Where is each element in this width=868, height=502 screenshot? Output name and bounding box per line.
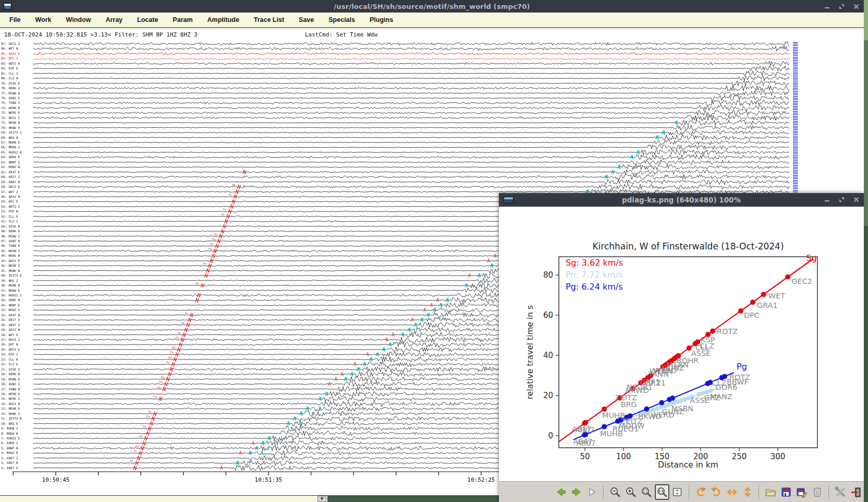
command-console[interactable]: ▼ xyxy=(0,495,327,502)
svg-text:1:1: 1:1 xyxy=(658,489,664,493)
menu-locate[interactable]: Locate xyxy=(130,14,165,26)
svg-text:100: 100 xyxy=(616,452,631,461)
station-label-KSP: KSP xyxy=(701,336,715,344)
point-Sg-GEC2 xyxy=(785,274,790,280)
legend-Pg: Pg: 6.24 km/s xyxy=(566,282,623,292)
point-Sg-WET xyxy=(761,292,766,297)
point-Pg xyxy=(670,396,675,401)
svg-text:20: 20 xyxy=(543,391,553,400)
svg-text:0: 0 xyxy=(548,431,553,440)
menu-plugins[interactable]: Plugins xyxy=(362,14,400,26)
zoom-out-button[interactable] xyxy=(608,484,622,500)
point-Sg-GRA1 xyxy=(750,300,755,305)
point-Pg-MUHB xyxy=(602,424,607,429)
viewer-window-title: pdiag-ks.png (640x480) 100% xyxy=(499,196,864,204)
viewer-titlebar[interactable]: pdiag-ks.png (640x480) 100% xyxy=(499,193,864,207)
window-icon xyxy=(4,3,11,9)
close-button[interactable] xyxy=(852,196,860,203)
save-button[interactable] xyxy=(779,484,793,500)
rotate-left-button[interactable] xyxy=(693,484,708,500)
slideshow-icon xyxy=(585,486,598,498)
viewer-image-area[interactable]: Kirchhain, W of Finsterwalde (18-Oct-202… xyxy=(499,207,864,486)
zoom-fit-button[interactable] xyxy=(639,484,654,500)
prev-button[interactable] xyxy=(554,484,568,500)
chart-xlabel: Distance in km xyxy=(658,460,718,470)
station-label-A807: A807 xyxy=(575,426,595,434)
open-icon xyxy=(764,486,777,498)
menu-amplitude[interactable]: Amplitude xyxy=(200,14,247,26)
viewer-toolbar: 1:1 xyxy=(499,481,864,502)
phase-label-Pg: Pg xyxy=(737,362,747,372)
fit-window-icon xyxy=(671,486,683,498)
close-button[interactable] xyxy=(852,3,860,10)
point-Pg xyxy=(659,400,664,405)
zoom-out-icon xyxy=(609,486,621,498)
station-label-MANZ: MANZ xyxy=(710,392,732,401)
point-Sg-DPC xyxy=(738,308,743,314)
preferences-button[interactable] xyxy=(833,484,848,500)
minimize-button[interactable] xyxy=(823,196,830,203)
svg-text:40: 40 xyxy=(543,351,553,360)
menu-window[interactable]: Window xyxy=(59,14,99,26)
last-command-label: LastCmd: Set Time Wdw xyxy=(305,31,377,38)
next-icon xyxy=(570,486,583,498)
shm-window-title: /usr/local/SH/sh/source/motif/shm_world … xyxy=(0,3,864,10)
menu-specials[interactable]: Specials xyxy=(321,14,362,26)
quit-button[interactable] xyxy=(849,484,863,500)
desktop-edge xyxy=(864,0,868,502)
svg-text:60: 60 xyxy=(543,310,553,320)
delete-icon xyxy=(811,486,824,498)
menu-work[interactable]: Work xyxy=(28,14,59,26)
rotate-right-icon xyxy=(710,486,723,498)
shm-menubar: FileWorkWindowArrayLocateParamAmplitudeT… xyxy=(0,13,864,28)
svg-text:250: 250 xyxy=(732,452,747,461)
toolbar-separator xyxy=(689,485,689,499)
maximize-button[interactable] xyxy=(838,3,845,10)
legend-Pn: Pn: 7.72 km/s xyxy=(566,270,622,280)
prev-icon xyxy=(555,486,567,498)
point-Sg-ROTZ xyxy=(710,329,715,334)
flip-horizontal-button[interactable] xyxy=(725,484,739,500)
legend-Sg: Sg: 3.62 km/s xyxy=(566,258,623,268)
maximize-button[interactable] xyxy=(838,196,845,203)
quit-icon xyxy=(850,486,862,498)
station-label-MSBN: MSBN xyxy=(671,404,694,413)
flip-vertical-icon xyxy=(741,486,754,498)
zoom-fit-icon xyxy=(640,486,653,498)
flip-vertical-button[interactable] xyxy=(740,484,755,500)
save-icon xyxy=(780,486,792,498)
menu-save[interactable]: Save xyxy=(291,14,321,26)
toolbar-separator xyxy=(828,485,829,499)
menu-param[interactable]: Param xyxy=(165,14,200,26)
chart-ylabel: relative travel time in s xyxy=(525,305,535,399)
travel-time-chart: Kirchhain, W of Finsterwalde (18-Oct-202… xyxy=(499,207,864,486)
save-as-button[interactable] xyxy=(794,484,809,500)
zoom-original-button[interactable]: 1:1 xyxy=(655,484,669,500)
delete-button[interactable] xyxy=(810,484,825,500)
flip-horizontal-icon xyxy=(726,486,738,498)
open-button[interactable] xyxy=(763,484,778,500)
svg-text:150: 150 xyxy=(655,452,670,461)
station-label-WET: WET xyxy=(768,292,785,300)
menu-trace-list[interactable]: Trace List xyxy=(247,14,291,26)
svg-text:200: 200 xyxy=(693,452,708,461)
fit-window-button[interactable] xyxy=(670,484,685,500)
image-viewer-window: pdiag-ks.png (640x480) 100% Kirchhain, W… xyxy=(499,193,864,502)
image-thumbnail-icon xyxy=(504,197,514,204)
menu-file[interactable]: File xyxy=(2,14,28,26)
preferences-icon xyxy=(834,486,847,498)
station-label-GRF1: GRF1 xyxy=(640,378,661,386)
console-dropdown-button[interactable]: ▼ xyxy=(317,496,326,502)
toolbar-separator xyxy=(759,485,759,499)
menu-array[interactable]: Array xyxy=(98,14,130,26)
station-label-ROHR: ROHR xyxy=(677,356,699,365)
minimize-button[interactable] xyxy=(823,3,830,10)
zoom-in-button[interactable] xyxy=(624,484,638,500)
phase-label-Sg: Sg xyxy=(806,253,817,263)
station-label-ROTZ: ROTZ xyxy=(717,327,738,336)
svg-text:300: 300 xyxy=(771,452,786,461)
rotate-right-button[interactable] xyxy=(709,484,724,500)
next-button[interactable] xyxy=(569,484,584,500)
slideshow-button[interactable] xyxy=(585,484,600,500)
shm-titlebar[interactable]: /usr/local/SH/sh/source/motif/shm_world … xyxy=(0,0,864,13)
